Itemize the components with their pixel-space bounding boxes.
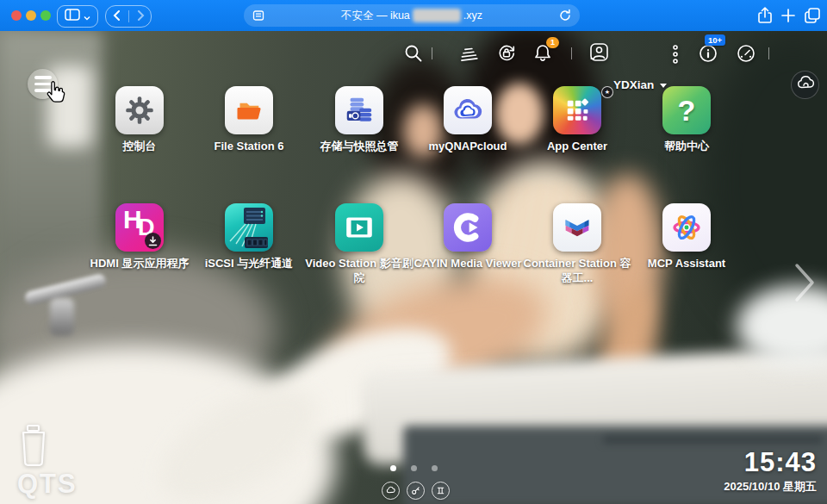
cloud-sync-icon[interactable] bbox=[382, 482, 400, 500]
recycle-bin[interactable] bbox=[17, 424, 50, 472]
desktop-page-dots bbox=[390, 465, 438, 471]
browser-titlebar: 不安全 — ikua .xyz bbox=[0, 0, 827, 31]
url-suffix-text: .xyz bbox=[463, 9, 482, 22]
forward-button[interactable] bbox=[137, 9, 145, 24]
app-app-center[interactable]: App Center bbox=[521, 86, 633, 154]
cayin-c-icon bbox=[444, 203, 492, 252]
desktop-quick-buttons bbox=[382, 482, 450, 500]
zoom-window-button[interactable] bbox=[40, 10, 51, 21]
storage-database-icon bbox=[335, 86, 383, 134]
nav-divider bbox=[128, 10, 129, 22]
app-label: Container Station 容器工... bbox=[521, 257, 633, 286]
download-arrow-icon bbox=[145, 233, 161, 249]
next-page-chevron-icon[interactable] bbox=[793, 261, 817, 308]
qts-desktop: 1 ★ YDXian 10+ 控制台 bbox=[0, 31, 827, 504]
address-bar[interactable]: 不安全 — ikua .xyz bbox=[244, 4, 580, 27]
clock-time: 15:43 bbox=[724, 447, 817, 478]
dashboard-gauge-icon[interactable] bbox=[735, 42, 757, 68]
new-tab-icon[interactable] bbox=[780, 8, 796, 27]
app-label: MCP Assistant bbox=[631, 257, 743, 271]
app-video-station[interactable]: Video Station 影音剧院 bbox=[303, 203, 415, 286]
app-label: 帮助中心 bbox=[631, 140, 743, 154]
film-play-icon bbox=[335, 203, 383, 252]
desktop-clock: 15:43 2025/10/10 星期五 bbox=[724, 447, 817, 495]
app-cayin-media-viewer[interactable]: CAYIN Media Viewer bbox=[412, 203, 524, 271]
cloud-icon bbox=[444, 86, 492, 134]
container-station-icon bbox=[553, 203, 601, 252]
notification-badge: 1 bbox=[546, 37, 559, 48]
clock-date: 2025/10/10 星期五 bbox=[724, 479, 817, 495]
reload-icon[interactable] bbox=[558, 9, 572, 26]
hand-cursor bbox=[45, 80, 65, 108]
qts-logo: QTS bbox=[17, 469, 78, 500]
app-myqnapcloud[interactable]: myQNAPcloud bbox=[412, 86, 524, 154]
share-icon[interactable] bbox=[756, 6, 774, 28]
page-settings-icon[interactable] bbox=[252, 9, 264, 25]
toolbar-divider bbox=[571, 47, 572, 59]
question-mark-icon: ? bbox=[662, 86, 711, 134]
tab-overview-icon[interactable] bbox=[803, 6, 822, 28]
app-label: iSCSI 与光纤通道 bbox=[193, 257, 305, 271]
chevron-down-icon bbox=[84, 9, 90, 24]
app-label: CAYIN Media Viewer bbox=[412, 257, 524, 271]
app-storage-snapshots[interactable]: 存储与快照总管 bbox=[303, 86, 415, 154]
mcp-knot-icon bbox=[662, 203, 711, 252]
nav-button-group bbox=[105, 5, 152, 28]
hdmi-display-icon: H D bbox=[115, 203, 164, 252]
sidebar-icon bbox=[65, 9, 80, 24]
page-dot-1[interactable] bbox=[390, 465, 396, 471]
sidebar-toggle-button[interactable] bbox=[57, 5, 98, 28]
toolbar-divider bbox=[768, 47, 769, 59]
app-help-center[interactable]: ? 帮助中心 bbox=[631, 86, 743, 154]
app-label: HDMI 显示应用程序 bbox=[84, 257, 196, 271]
close-window-button[interactable] bbox=[11, 10, 22, 21]
columns-icon[interactable] bbox=[432, 482, 450, 500]
page-dot-3[interactable] bbox=[432, 465, 438, 471]
app-label: File Station 6 bbox=[193, 140, 305, 154]
app-label: App Center bbox=[521, 140, 633, 154]
myqnapcloud-toolbar-button[interactable] bbox=[791, 71, 819, 99]
app-label: myQNAPcloud bbox=[412, 140, 524, 154]
app-mcp-assistant[interactable]: MCP Assistant bbox=[631, 203, 743, 271]
app-label: 存储与快照总管 bbox=[303, 140, 415, 154]
folder-icon bbox=[225, 86, 273, 134]
app-container-station[interactable]: Container Station 容器工... bbox=[521, 203, 633, 286]
app-label: Video Station 影音剧院 bbox=[303, 257, 415, 286]
app-control-panel[interactable]: 控制台 bbox=[84, 86, 196, 154]
star-icon: ★ bbox=[601, 86, 613, 98]
url-security-text: 不安全 — ikua bbox=[341, 9, 410, 23]
user-name[interactable]: YDXian bbox=[613, 78, 654, 91]
firmware-update-icon[interactable] bbox=[495, 42, 518, 68]
resource-badge: 10+ bbox=[705, 34, 725, 46]
url-redacted-blur bbox=[413, 9, 461, 22]
user-avatar-icon[interactable] bbox=[588, 40, 612, 68]
gear-icon bbox=[115, 86, 164, 134]
page-dot-2[interactable] bbox=[411, 465, 417, 471]
resource-monitor-icon[interactable] bbox=[697, 42, 719, 68]
more-options-kebab-icon[interactable] bbox=[671, 44, 680, 68]
toolbar-divider bbox=[432, 47, 432, 59]
iscsi-server-icon bbox=[225, 203, 273, 252]
app-label: 控制台 bbox=[84, 140, 196, 154]
app-iscsi-fibre[interactable]: iSCSI 与光纤通道 bbox=[193, 203, 305, 271]
hamburger-icon bbox=[34, 76, 52, 79]
cloud-icon bbox=[796, 74, 815, 96]
search-icon[interactable] bbox=[402, 42, 425, 68]
back-button[interactable] bbox=[113, 9, 121, 24]
chevron-down-icon[interactable] bbox=[660, 84, 667, 88]
background-tasks-icon[interactable] bbox=[457, 42, 480, 68]
app-file-station[interactable]: File Station 6 bbox=[193, 86, 305, 154]
screen: 不安全 — ikua .xyz bbox=[0, 0, 827, 504]
key-icon[interactable] bbox=[407, 482, 425, 500]
app-hdmi-display[interactable]: H D HDMI 显示应用程序 bbox=[84, 203, 196, 271]
app-grid-icon bbox=[553, 86, 601, 134]
minimize-window-button[interactable] bbox=[26, 10, 36, 21]
